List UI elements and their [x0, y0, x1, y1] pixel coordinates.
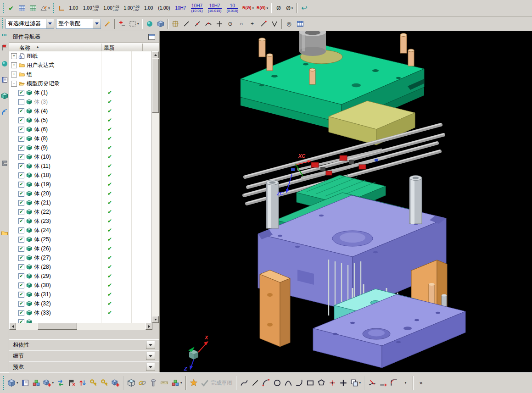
- conic-icon[interactable]: [283, 376, 294, 390]
- radial-dim-alt-icon[interactable]: R(Ø) ▾: [255, 2, 269, 14]
- radial-dim-icon[interactable]: R(Ø) ▾: [241, 2, 255, 14]
- toolbar-options-icon[interactable]: »: [415, 376, 426, 390]
- visibility-checkbox[interactable]: ✔: [18, 255, 24, 261]
- chevron-down-icon[interactable]: [146, 363, 155, 371]
- plus-icon[interactable]: [338, 376, 349, 390]
- chevron-down-icon[interactable]: [46, 19, 54, 28]
- visibility-checkbox[interactable]: ✔: [18, 163, 24, 169]
- visibility-checkbox[interactable]: ✔: [18, 145, 24, 151]
- tree-body-row[interactable]: ✔ 体 (32) ✔: [9, 299, 152, 308]
- dim-tolerance-button[interactable]: 1.00 +.05 -.05: [81, 1, 101, 15]
- snap-settings-icon[interactable]: [102, 18, 113, 30]
- diameter-dim-icon[interactable]: Ø: [273, 2, 284, 14]
- visibility-checkbox[interactable]: ✔: [18, 172, 24, 178]
- visibility-checkbox[interactable]: ✔: [18, 310, 24, 316]
- tree-body-row[interactable]: ✔ 体 (33) ✔: [9, 308, 152, 317]
- tree-body-row[interactable]: ✔ 体 (29) ✔: [9, 271, 152, 281]
- scroll-thumb[interactable]: [152, 59, 159, 113]
- dim-tolerance-button[interactable]: 1.00 +.05 -.02: [122, 1, 142, 15]
- move-component-icon[interactable]: [77, 376, 88, 390]
- diameter-dim-alt-icon[interactable]: Ø ▾: [284, 2, 295, 14]
- tree-body-row[interactable]: ✔ 体 (5) ✔: [9, 116, 152, 125]
- tree-body-row[interactable]: ✔ 体 (9) ✔: [9, 143, 152, 152]
- expand-toggle-icon[interactable]: +: [11, 53, 17, 59]
- internet-tab-icon[interactable]: [0, 108, 9, 116]
- finish-sketch-icon[interactable]: 完成草图: [199, 376, 234, 390]
- circle-icon[interactable]: [272, 376, 283, 390]
- visibility-checkbox[interactable]: ✔: [18, 90, 24, 96]
- corner-curve-icon[interactable]: [389, 376, 400, 390]
- extend-curve-icon[interactable]: [378, 376, 389, 390]
- dim-tolerance-button[interactable]: 1.00: [142, 1, 156, 15]
- dim-tolerance-button[interactable]: 1.00 +.05 -.02: [101, 1, 121, 15]
- tree-node[interactable]: + 用户表达式: [9, 61, 152, 70]
- tree-body-row[interactable]: ✔ 体 (24) ✔: [9, 226, 152, 235]
- expand-toggle-icon[interactable]: -: [11, 81, 17, 87]
- reuse-library-tab-icon[interactable]: [0, 159, 9, 167]
- chevron-down-icon[interactable]: [146, 341, 155, 349]
- edit-check-icon[interactable]: ✔: [6, 2, 17, 14]
- trim-curve-icon[interactable]: [367, 376, 378, 390]
- visibility-checkbox[interactable]: ✔: [18, 200, 24, 206]
- more-curves-icon[interactable]: ▾: [400, 376, 411, 390]
- visibility-checkbox[interactable]: ✔: [18, 218, 24, 224]
- visibility-checkbox[interactable]: ✔: [18, 301, 24, 307]
- dim-tolerance-button[interactable]: 10H7 (10.015): [206, 1, 224, 15]
- column-latest[interactable]: 最新: [104, 44, 115, 52]
- rectangle-icon[interactable]: [305, 376, 316, 390]
- tree-body-row[interactable]: ✔ 体 (26) ✔: [9, 244, 152, 253]
- arc-center-snap-icon[interactable]: ⊙: [225, 18, 236, 30]
- visibility-checkbox[interactable]: ✔: [18, 246, 24, 252]
- measure-icon[interactable]: [159, 376, 170, 390]
- dim-tolerance-button[interactable]: (1.00): [156, 1, 173, 15]
- tree-node[interactable]: + 图纸: [9, 51, 152, 61]
- assembly-navigator-tab-icon[interactable]: [0, 44, 9, 52]
- visibility-checkbox[interactable]: ✔: [18, 108, 24, 114]
- tree-body-row[interactable]: ✔ 体 (8) ✔: [9, 134, 152, 143]
- visibility-checkbox[interactable]: ✔: [18, 182, 24, 188]
- replace-component-icon[interactable]: [55, 376, 66, 390]
- magnifier-icon[interactable]: ◎: [284, 18, 295, 30]
- midpoint-snap-icon[interactable]: [192, 18, 203, 30]
- expand-toggle-icon[interactable]: +: [11, 72, 17, 77]
- shaded-sphere-icon[interactable]: [144, 18, 155, 30]
- tree-body-row[interactable]: ✔ 体 (20) ✔: [9, 189, 152, 198]
- existing-point-snap-icon[interactable]: +: [247, 18, 258, 30]
- tree-body-row[interactable]: ✔ 体 (23) ✔: [9, 216, 152, 226]
- interpart-links-icon[interactable]: [137, 376, 148, 390]
- visibility-checkbox[interactable]: ✔: [18, 117, 24, 123]
- selection-scope-dropdown[interactable]: 整个装配: [56, 19, 101, 29]
- tree-body-row[interactable]: ✔ 体 (10) ✔: [9, 152, 152, 161]
- dim-tolerance-button[interactable]: 10H7 (10.01): [189, 1, 205, 15]
- chevron-down-icon[interactable]: [93, 19, 101, 28]
- accordion-panel-header[interactable]: 相依性: [9, 339, 159, 350]
- tree-body-row[interactable]: ✔ 体 (22) ✔: [9, 207, 152, 216]
- snap-point-icon[interactable]: [170, 18, 181, 30]
- two-curves-snap-icon[interactable]: [269, 18, 280, 30]
- assemblies-icon[interactable]: ▾: [6, 376, 20, 390]
- add-component-icon[interactable]: ▾: [42, 376, 56, 390]
- horizontal-scrollbar[interactable]: [9, 323, 152, 330]
- undo-icon[interactable]: ↩: [299, 2, 310, 14]
- accordion-panel-header[interactable]: 预览: [9, 361, 159, 372]
- dim-tolerance-button[interactable]: 1.00: [67, 1, 81, 15]
- visibility-checkbox[interactable]: ✔: [18, 127, 24, 133]
- polygon-icon[interactable]: [316, 376, 327, 390]
- scroll-thumb[interactable]: [38, 323, 77, 330]
- tree-body-row[interactable]: 体 (3) ✔: [9, 97, 152, 106]
- part-navigator-tab-icon[interactable]: [0, 92, 9, 100]
- tree-body-row[interactable]: ✔ 体 (11) ✔: [9, 161, 152, 171]
- chevron-down-icon[interactable]: [146, 352, 155, 360]
- visibility-checkbox[interactable]: ✔: [18, 227, 24, 233]
- show-hide-icon[interactable]: [117, 18, 128, 30]
- selection-filter-dropdown[interactable]: 有选择过滤器: [6, 19, 54, 29]
- scroll-down-icon[interactable]: [152, 316, 159, 323]
- point-icon[interactable]: [327, 376, 338, 390]
- studio-spline-icon[interactable]: [239, 376, 250, 390]
- pattern-component-icon[interactable]: [110, 376, 121, 390]
- graphics-viewport[interactable]: XC ZC X Z: [160, 31, 532, 372]
- tree-body-row[interactable]: ✔ 体 (31) ✔: [9, 290, 152, 299]
- visibility-checkbox[interactable]: ✔: [18, 136, 24, 142]
- system-folder-tab-icon[interactable]: [0, 229, 9, 237]
- arc-icon[interactable]: [261, 376, 272, 390]
